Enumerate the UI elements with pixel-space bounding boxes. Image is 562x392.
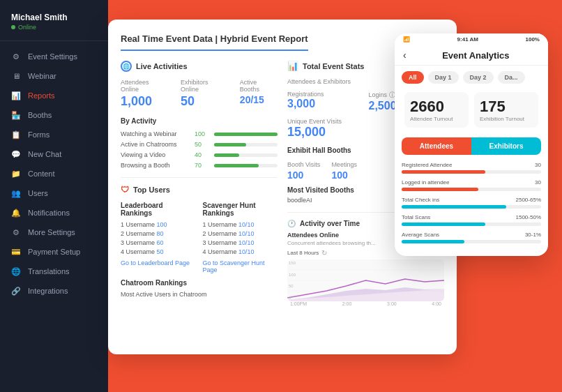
meetings-label: Meetings bbox=[331, 161, 357, 168]
sidebar-label-notifications: Notifications bbox=[28, 209, 70, 217]
top-users-section: 🛡 Top Users Leaderboard Rankings 1 Usern… bbox=[121, 177, 278, 298]
more-settings-icon: ⚙ bbox=[11, 227, 21, 237]
reports-icon: 📊 bbox=[11, 91, 21, 100]
leaderboard-section: Leaderboard Rankings 1 Username 100 2 Us… bbox=[121, 202, 196, 273]
back-button[interactable]: ‹ bbox=[403, 50, 407, 61]
scavenger-link[interactable]: Go to Scavenger Hunt Page bbox=[203, 259, 278, 273]
registrations-stat: Registrations 3,000 bbox=[287, 91, 363, 112]
exhibitors-toggle[interactable]: Exhibitors bbox=[471, 137, 541, 155]
sidebar-item-more-settings[interactable]: ⚙ More Settings bbox=[0, 223, 108, 242]
user-name: Michael Smith bbox=[11, 13, 97, 22]
shield-icon: 🛡 bbox=[121, 185, 129, 195]
metric-logged-label: Logged in attendee bbox=[402, 179, 450, 186]
rank-item-3: 3 Username 60 bbox=[121, 239, 196, 246]
sidebar-item-forms[interactable]: 📋 Forms bbox=[0, 125, 108, 144]
metric-logged: Logged in attendee 30 bbox=[402, 179, 541, 191]
sidebar-item-integrations[interactable]: 🔗 Integrations bbox=[0, 281, 108, 301]
mobile-big-stats: 2660 Attendee Turnout 175 Exhibition Tur… bbox=[395, 89, 548, 137]
sidebar-item-booths[interactable]: 🏪 Booths bbox=[0, 105, 108, 125]
activity-value-2: 40 bbox=[195, 151, 210, 158]
online-status: Online bbox=[18, 24, 36, 31]
tab-day2[interactable]: Day 2 bbox=[463, 71, 494, 84]
time-label: Last 8 Hours bbox=[287, 250, 319, 256]
attendees-online-value: 1,000 bbox=[121, 94, 168, 109]
booth-visits-stat: Booth Visits 100 bbox=[287, 157, 320, 181]
by-activity-title: By Activity bbox=[121, 117, 278, 125]
sidebar-label-event-settings: Event Settings bbox=[28, 52, 77, 61]
sidebar-item-payment-setup[interactable]: 💳 Payment Setup bbox=[0, 242, 108, 262]
battery-icon: 100% bbox=[526, 36, 540, 43]
unique-visits-label: Unique Event Visits bbox=[287, 118, 363, 125]
metric-avg-scans: Average Scans 30-1% bbox=[402, 232, 541, 243]
active-booths-label: Active Booths bbox=[240, 79, 278, 93]
mobile-title: Event Analytics bbox=[412, 50, 540, 61]
activity-time-title: Activity over Time bbox=[300, 220, 360, 227]
attendee-turnout-label: Attendee Turnout bbox=[410, 116, 463, 122]
tab-all[interactable]: All bbox=[402, 71, 424, 84]
signal-icon: 📶 bbox=[403, 36, 410, 43]
attendees-online-label: Attendees Online bbox=[121, 79, 168, 93]
scavenger-title: Scavenger Hunt Rankings bbox=[203, 202, 278, 217]
sidebar-item-reports[interactable]: 📊 Reports bbox=[0, 86, 108, 105]
exhibition-turnout-stat: 175 Exhibition Turnout bbox=[474, 92, 538, 128]
sidebar-item-users[interactable]: 👥 Users bbox=[0, 183, 108, 203]
metric-checkins: Total Check ins 2500-65% bbox=[402, 197, 541, 209]
mobile-status-bar: 📶 9:41 AM 100% bbox=[395, 33, 548, 45]
live-activities-section: 🌐 Live Activities Attendees Online 1,000… bbox=[121, 61, 278, 169]
chatroom-section: Chatroom Rankings Most Active Users in C… bbox=[121, 279, 278, 298]
registrations-value: 3,000 bbox=[287, 98, 363, 110]
mobile-toggle: Attendees Exhibitors bbox=[402, 137, 541, 155]
metric-registered-label: Registered Attendee bbox=[402, 162, 453, 168]
sidebar-item-webinar[interactable]: 🖥 Webinar bbox=[0, 66, 108, 86]
refresh-icon[interactable]: ↻ bbox=[321, 249, 327, 257]
leaderboard-link[interactable]: Go to Leaderboard Page bbox=[121, 259, 196, 266]
activity-label-1: Active in Chatrooms bbox=[121, 141, 190, 148]
scavenger-item-4: 4 Username 10/10 bbox=[203, 248, 278, 255]
integrations-icon: 🔗 bbox=[11, 286, 21, 296]
sidebar-label-users: Users bbox=[28, 189, 48, 197]
live-activities-title: Live Activities bbox=[136, 62, 188, 70]
scavenger-item-2: 2 Username 10/10 bbox=[203, 230, 278, 237]
activity-chart: 150100500 bbox=[287, 259, 444, 301]
scavenger-section: Scavenger Hunt Rankings 1 Username 10/10… bbox=[203, 202, 278, 273]
sidebar-item-notifications[interactable]: 🔔 Notifications bbox=[0, 203, 108, 223]
translations-icon: 🌐 bbox=[11, 266, 21, 276]
sidebar-item-new-chat[interactable]: 💬 New Chat bbox=[0, 144, 108, 164]
mobile-tabs: All Day 1 Day 2 Da... bbox=[395, 66, 548, 89]
sidebar-label-payment-setup: Payment Setup bbox=[28, 248, 80, 256]
activity-label-3: Browsing a Booth bbox=[121, 162, 190, 169]
rank-item-2: 2 Username 80 bbox=[121, 230, 196, 237]
page-title: Real Time Event Data | Hybrid Event Repo… bbox=[121, 33, 308, 51]
registrations-label: Registrations bbox=[287, 91, 363, 98]
sidebar-item-event-settings[interactable]: ⚙ Event Settings bbox=[0, 47, 108, 66]
new-chat-icon: 💬 bbox=[11, 149, 21, 159]
exhibition-turnout-label: Exhibition Turnout bbox=[480, 116, 533, 122]
sidebar-label-booths: Booths bbox=[28, 111, 52, 119]
content-icon: 📁 bbox=[11, 169, 21, 179]
by-activity-section: By Activity Watching a Webinar 100 Activ… bbox=[121, 117, 278, 169]
visited-name: boodleAI bbox=[287, 197, 312, 204]
meetings-stat: Meetings 100 bbox=[331, 157, 357, 181]
leaderboard-title: Leaderboard Rankings bbox=[121, 202, 196, 217]
metric-registered-value: 30 bbox=[535, 162, 541, 168]
rank-item-4: 4 Username 50 bbox=[121, 248, 196, 255]
metric-registered: Registered Attendee 30 bbox=[402, 162, 541, 174]
metric-logged-value: 30 bbox=[535, 179, 541, 186]
tab-day1[interactable]: Day 1 bbox=[428, 71, 459, 84]
metric-scans: Total Scans 1500-50% bbox=[402, 214, 541, 226]
sidebar-label-webinar: Webinar bbox=[28, 72, 56, 80]
tab-more[interactable]: Da... bbox=[498, 71, 525, 84]
sidebar-label-integrations: Integrations bbox=[28, 287, 68, 295]
active-booths-value: 20/15 bbox=[240, 94, 278, 105]
mobile-metrics: Registered Attendee 30 Logged in attende… bbox=[395, 162, 548, 256]
user-profile: Michael Smith Online bbox=[0, 0, 108, 41]
attendees-toggle[interactable]: Attendees bbox=[402, 137, 471, 155]
activity-label-0: Watching a Webinar bbox=[121, 130, 190, 137]
sidebar-item-content[interactable]: 📁 Content bbox=[0, 164, 108, 183]
unique-visits-stat: Unique Event Visits 15,000 bbox=[287, 118, 363, 140]
chatroom-sub: Most Active Users in Chatroom bbox=[121, 291, 278, 298]
activity-value-0: 100 bbox=[195, 130, 210, 137]
sidebar-item-translations[interactable]: 🌐 Translations bbox=[0, 262, 108, 281]
exhibitors-online-value: 50 bbox=[181, 94, 227, 109]
attendee-turnout-stat: 2660 Attendee Turnout bbox=[404, 92, 469, 128]
